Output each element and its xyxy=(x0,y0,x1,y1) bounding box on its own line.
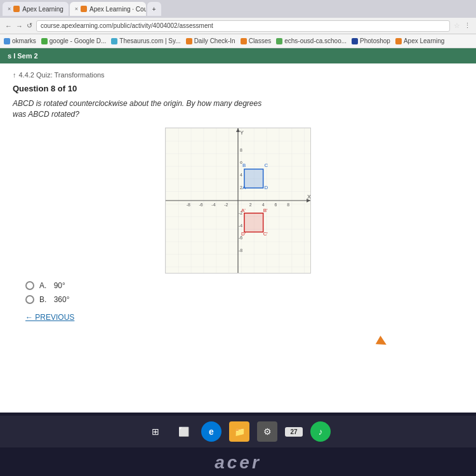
bookmark-3[interactable]: Daily Check-In xyxy=(186,37,235,44)
tab-new-label: + xyxy=(152,6,156,13)
bookmark-1[interactable]: google - Google D... xyxy=(41,37,107,44)
bookmark-favicon-0 xyxy=(4,38,10,44)
course-nav-title: s I Sem 2 xyxy=(8,52,38,60)
svg-text:-8: -8 xyxy=(187,202,190,207)
star-icon[interactable]: ☆ xyxy=(454,22,460,30)
bookmark-label-1: google - Google D... xyxy=(50,37,107,44)
file-explorer-button[interactable]: 📁 xyxy=(229,421,249,442)
svg-text:D: D xyxy=(265,185,268,190)
svg-text:-2: -2 xyxy=(224,202,228,207)
bookmark-label-0: okmarks xyxy=(12,37,36,44)
question-line-1: ABCD is rotated counterclockwise about t… xyxy=(13,99,261,108)
edge-button[interactable]: e xyxy=(201,421,221,442)
taskbar: ⊞ ⬜ e 📁 ⚙ 27 ♪ acer xyxy=(0,413,476,476)
tab-1[interactable]: × Apex Learning xyxy=(3,2,69,16)
radio-b[interactable] xyxy=(25,295,34,304)
tab-close-icon-2[interactable]: × xyxy=(75,6,78,12)
svg-text:C: C xyxy=(265,162,268,168)
search-icon: ⬜ xyxy=(178,426,189,437)
bookmark-favicon-3 xyxy=(186,38,192,44)
bookmark-7[interactable]: Apex Learning xyxy=(395,37,445,44)
back-icon[interactable]: ← xyxy=(5,22,12,30)
refresh-icon[interactable]: ↺ xyxy=(27,22,32,30)
tab-1-label: Apex Learning xyxy=(22,6,63,13)
answer-a-label: A. xyxy=(39,281,49,290)
svg-text:A: A xyxy=(242,185,246,190)
coordinate-graph: X Y 2 4 6 8 -2 -4 -6 -8 2 4 6 8 -2 -4 -6… xyxy=(165,128,311,274)
tab-favicon-1 xyxy=(13,6,20,12)
address-bar-row: ← → ↺ course.apexlearning.com/public/act… xyxy=(0,18,476,34)
spotify-button[interactable]: ♪ xyxy=(310,421,331,442)
bookmark-favicon-1 xyxy=(41,38,48,44)
gear-icon: ⚙ xyxy=(263,426,272,437)
breadcrumb-arrow-icon: ↑ xyxy=(13,71,17,79)
bookmark-favicon-5 xyxy=(276,38,282,44)
spotify-icon: ♪ xyxy=(319,426,323,437)
bookmark-6[interactable]: Photoshop xyxy=(352,37,390,44)
svg-text:6: 6 xyxy=(274,202,277,207)
tab-favicon-2 xyxy=(81,6,87,12)
date-number: 27 xyxy=(290,428,297,435)
bookmark-favicon-2 xyxy=(111,38,117,44)
tab-new[interactable]: + xyxy=(147,2,161,16)
previous-label: ← PREVIOUS xyxy=(25,313,74,322)
breadcrumb-text: 4.4.2 Quiz: Transformations xyxy=(19,71,105,79)
question-number: Question 8 of 10 xyxy=(13,84,77,93)
svg-text:2: 2 xyxy=(249,202,252,207)
svg-text:-6: -6 xyxy=(199,202,203,207)
windows-button[interactable]: ⊞ xyxy=(145,421,166,442)
answer-option-a[interactable]: A. 90° xyxy=(25,281,463,290)
svg-text:-4: -4 xyxy=(239,223,242,227)
acer-label: acer xyxy=(215,453,261,472)
bookmark-5[interactable]: echs-ousd-ca.schoo... xyxy=(276,37,347,44)
svg-rect-23 xyxy=(244,169,263,188)
answer-b-value: 360° xyxy=(54,295,70,304)
answer-b-label: B. xyxy=(39,295,49,304)
bookmark-label-6: Photoshop xyxy=(360,37,390,44)
bookmark-label-7: Apex Learning xyxy=(404,37,445,44)
bookmark-0[interactable]: okmarks xyxy=(4,37,36,44)
svg-text:8: 8 xyxy=(287,202,289,207)
browser-window: × Apex Learning × Apex Learning · Course… xyxy=(0,0,476,413)
taskbar-search[interactable]: ⬜ xyxy=(173,421,194,442)
settings-button[interactable]: ⚙ xyxy=(257,421,277,442)
bookmark-favicon-4 xyxy=(241,38,247,44)
question-line-2: was ABCD rotated? xyxy=(13,110,79,119)
extend-icon[interactable]: ⋮ xyxy=(464,22,471,30)
svg-text:-8: -8 xyxy=(239,248,242,253)
svg-text:Y: Y xyxy=(240,129,244,136)
svg-text:8: 8 xyxy=(240,147,242,152)
tab-2-label: Apex Learning · Courses xyxy=(89,6,146,13)
date-badge: 27 xyxy=(285,427,303,437)
tab-bar: × Apex Learning × Apex Learning · Course… xyxy=(0,0,476,18)
bookmark-label-3: Daily Check-In xyxy=(194,37,235,44)
main-content: ↑ 4.4.2 Quiz: Transformations Question 8… xyxy=(0,63,476,413)
bookmark-4[interactable]: Classes xyxy=(241,37,272,44)
bookmarks-bar: okmarks google - Google D... Thesaurus.c… xyxy=(0,34,476,48)
windows-icon: ⊞ xyxy=(152,426,159,437)
question-text: ABCD is rotated counterclockwise about t… xyxy=(13,98,463,120)
forward-icon[interactable]: → xyxy=(16,22,23,30)
bookmark-favicon-6 xyxy=(352,38,358,44)
svg-text:4: 4 xyxy=(262,202,265,207)
svg-text:X: X xyxy=(307,194,310,200)
bookmark-label-2: Thesaurus.com | Sy... xyxy=(119,37,180,44)
folder-icon: 📁 xyxy=(234,426,245,437)
tab-close-icon[interactable]: × xyxy=(8,6,11,12)
bookmark-label-5: echs-ousd-ca.schoo... xyxy=(284,37,347,44)
answer-option-b[interactable]: B. 360° xyxy=(25,295,463,304)
breadcrumb: ↑ 4.4.2 Quiz: Transformations xyxy=(13,71,463,79)
previous-link[interactable]: ← PREVIOUS xyxy=(13,313,463,322)
svg-text:C': C' xyxy=(263,230,268,236)
graph-svg: X Y 2 4 6 8 -2 -4 -6 -8 2 4 6 8 -2 -4 -6… xyxy=(166,128,310,273)
svg-text:A': A' xyxy=(241,207,246,213)
radio-a[interactable] xyxy=(25,281,34,290)
edge-icon: e xyxy=(209,426,214,437)
address-bar[interactable]: course.apexlearning.com/public/activity/… xyxy=(36,20,450,32)
answer-a-value: 90° xyxy=(54,281,65,290)
svg-text:D': D' xyxy=(241,230,246,236)
svg-rect-28 xyxy=(244,213,263,232)
taskbar-inner: ⊞ ⬜ e 📁 ⚙ 27 ♪ xyxy=(0,416,476,447)
tab-2[interactable]: × Apex Learning · Courses xyxy=(70,2,146,16)
bookmark-2[interactable]: Thesaurus.com | Sy... xyxy=(111,37,180,44)
